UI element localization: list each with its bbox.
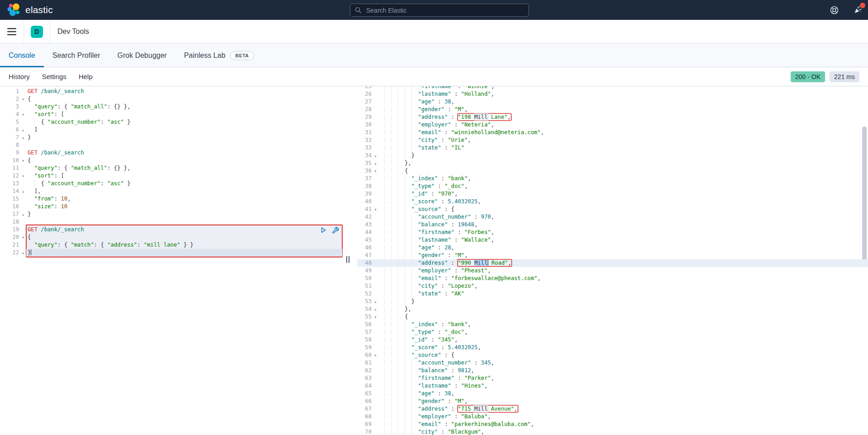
code-line-20[interactable]: 20▾{ [0, 234, 346, 241]
code-line-17[interactable]: 17▴} [0, 210, 346, 218]
request-editor[interactable]: 1GET /bank/_search2▾{3 "query": { "match… [0, 86, 346, 257]
global-search-box[interactable] [350, 4, 529, 17]
request-options-button[interactable] [331, 226, 339, 234]
code-line-49[interactable]: 49 "employer" : "Pheast", [357, 267, 868, 275]
code-line-32[interactable]: 32 "city" : "Urie", [357, 136, 868, 144]
code-line-51[interactable]: 51 "city" : "Lopezo", [357, 282, 868, 290]
help-icon[interactable] [828, 4, 840, 16]
code-line-48[interactable]: 48 "address" : "990 Mill Road", [357, 259, 868, 267]
fold-toggle-icon[interactable]: ▴ [372, 305, 379, 313]
code-line-18[interactable]: 18 [0, 218, 346, 226]
help-menu-item[interactable]: Help [79, 73, 93, 80]
code-line-21[interactable]: 21 "query": { "match": { "address": "mil… [0, 241, 346, 249]
fold-toggle-icon[interactable]: ▴ [372, 159, 379, 167]
elastic-logo[interactable]: elastic [0, 3, 53, 17]
code-line-44[interactable]: 44 "firstname" : "Forbes", [357, 229, 868, 236]
history-menu-item[interactable]: History [9, 73, 30, 80]
request-editor-pane[interactable]: 1GET /bank/_search2▾{3 "query": { "match… [0, 86, 346, 435]
code-line-26[interactable]: 26 "lastname" : "Holland", [357, 90, 868, 98]
code-line-19[interactable]: 19GET /bank/_search [0, 226, 346, 234]
fold-toggle-icon[interactable]: ▾ [20, 95, 26, 103]
fold-toggle-icon[interactable]: ▴ [20, 210, 26, 218]
code-line-40[interactable]: 40 "_score" : 5.4032025, [357, 198, 868, 206]
fold-toggle-icon[interactable]: ▾ [20, 234, 26, 241]
code-line-69[interactable]: 69 "email" : "parkerhines@baluba.com", [357, 421, 868, 428]
code-line-36[interactable]: 36▾ { [357, 167, 868, 175]
code-line-1[interactable]: 1GET /bank/_search [0, 88, 346, 95]
code-line-38[interactable]: 38 "_type" : "_doc", [357, 182, 868, 190]
code-line-65[interactable]: 65 "age" : 38, [357, 390, 868, 398]
code-line-15[interactable]: 15 "from": 10, [0, 195, 346, 203]
code-line-11[interactable]: 11 "query": { "match_all": {} }, [0, 164, 346, 172]
code-line-33[interactable]: 33 "state" : "IL" [357, 144, 868, 152]
code-line-70[interactable]: 70 "city" : "Blackgum", [357, 428, 868, 435]
fold-toggle-icon[interactable]: ▾ [372, 167, 379, 175]
menu-icon[interactable] [0, 20, 24, 43]
code-line-47[interactable]: 47 "gender" : "M", [357, 252, 868, 259]
fold-toggle-icon[interactable]: ▾ [20, 157, 26, 164]
code-line-43[interactable]: 43 "balance" : 19648, [357, 221, 868, 229]
newsfeed-icon[interactable] [852, 4, 863, 16]
fold-toggle-icon[interactable]: ▴ [372, 298, 379, 305]
tab-search-profiler[interactable]: Search Profiler [44, 44, 109, 67]
code-line-2[interactable]: 2▾{ [0, 95, 346, 103]
code-line-42[interactable]: 42 "account_number" : 970, [357, 213, 868, 221]
code-line-5[interactable]: 5 { "account_number": "asc" } [0, 118, 346, 126]
code-line-67[interactable]: 67 "address" : "715 Mill Avenue", [357, 405, 868, 413]
send-request-button[interactable] [320, 226, 327, 234]
code-line-52[interactable]: 52 "state" : "AK" [357, 290, 868, 298]
code-line-61[interactable]: 61 "account_number" : 345, [357, 359, 868, 367]
code-line-39[interactable]: 39 "_id" : "970", [357, 190, 868, 198]
fold-toggle-icon[interactable]: ▾ [20, 111, 26, 118]
code-line-59[interactable]: 59 "_score" : 5.4032025, [357, 344, 868, 351]
code-line-9[interactable]: 9GET /bank/_search [0, 149, 346, 157]
fold-toggle-icon[interactable]: ▴ [20, 126, 26, 134]
fold-toggle-icon[interactable]: ▾ [372, 313, 379, 321]
code-line-55[interactable]: 55▾ { [357, 313, 868, 321]
code-line-10[interactable]: 10▾{ [0, 157, 346, 164]
code-line-54[interactable]: 54▴ }, [357, 305, 868, 313]
code-line-4[interactable]: 4▾ "sort": [ [0, 111, 346, 118]
search-input[interactable] [365, 6, 524, 14]
code-line-46[interactable]: 46 "age" : 28, [357, 244, 868, 252]
code-line-3[interactable]: 3 "query": { "match_all": {} }, [0, 103, 346, 111]
code-line-50[interactable]: 50 "email" : "forbeswallace@pheast.com", [357, 275, 868, 282]
fold-toggle-icon[interactable]: ▴ [372, 152, 379, 159]
code-line-66[interactable]: 66 "gender" : "M", [357, 398, 868, 405]
code-line-41[interactable]: 41▾ "_source" : { [357, 206, 868, 213]
code-line-27[interactable]: 27 "age" : 38, [357, 98, 868, 106]
code-line-45[interactable]: 45 "lastname" : "Wallace", [357, 236, 868, 244]
response-pane[interactable]: 25 "firstname" : "Winnie",26 "lastname" … [357, 86, 868, 435]
code-line-64[interactable]: 64 "lastname" : "Hines", [357, 382, 868, 390]
fold-toggle-icon[interactable]: ▾ [20, 172, 26, 180]
response-viewer[interactable]: 25 "firstname" : "Winnie",26 "lastname" … [357, 86, 868, 435]
code-line-34[interactable]: 34▴ } [357, 152, 868, 159]
code-line-29[interactable]: 29 "address" : "198 Mill Lane", [357, 113, 868, 121]
code-line-22[interactable]: 22▴} [0, 249, 346, 257]
code-line-31[interactable]: 31 "email" : "winnieholland@neteria.com"… [357, 129, 868, 136]
fold-toggle-icon[interactable]: ▾ [372, 351, 379, 359]
code-line-13[interactable]: 13 { "account_number": "asc" } [0, 180, 346, 187]
space-badge[interactable]: D [31, 26, 43, 38]
code-line-14[interactable]: 14▴ ], [0, 187, 346, 195]
code-line-57[interactable]: 57 "_type" : "_doc", [357, 328, 868, 336]
code-line-58[interactable]: 58 "_id" : "345", [357, 336, 868, 344]
code-line-25[interactable]: 25 "firstname" : "Winnie", [357, 86, 868, 90]
code-line-6[interactable]: 6▴ ] [0, 126, 346, 134]
code-line-7[interactable]: 7▴} [0, 134, 346, 141]
fold-toggle-icon[interactable]: ▴ [20, 187, 26, 195]
fold-toggle-icon[interactable]: ▾ [372, 206, 379, 213]
code-line-8[interactable]: 8 [0, 141, 346, 149]
settings-menu-item[interactable]: Settings [42, 73, 66, 80]
tab-painless-lab[interactable]: Painless Lab BETA [175, 44, 263, 67]
code-line-35[interactable]: 35▴ }, [357, 159, 868, 167]
code-line-28[interactable]: 28 "gender" : "M", [357, 106, 868, 113]
code-line-63[interactable]: 63 "firstname" : "Parker", [357, 374, 868, 382]
pane-splitter[interactable] [346, 86, 357, 435]
code-line-53[interactable]: 53▴ } [357, 298, 868, 305]
code-line-62[interactable]: 62 "balance" : 9812, [357, 367, 868, 374]
tab-grok-debugger[interactable]: Grok Debugger [109, 44, 175, 67]
code-line-68[interactable]: 68 "employer" : "Baluba", [357, 413, 868, 421]
code-line-37[interactable]: 37 "_index" : "bank", [357, 175, 868, 182]
code-line-30[interactable]: 30 "employer" : "Neteria", [357, 121, 868, 129]
